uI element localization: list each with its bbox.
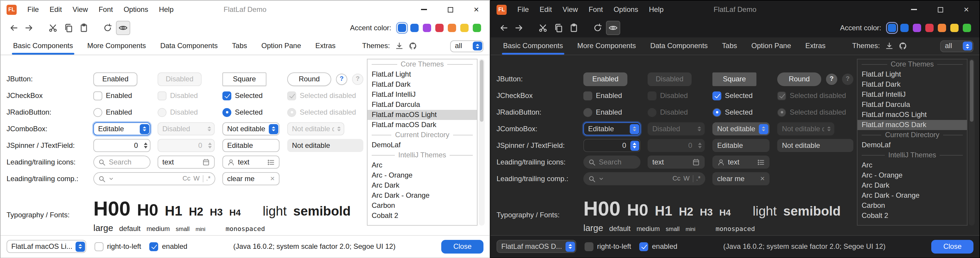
cut-icon[interactable]	[536, 21, 550, 35]
accent-swatch-yellow[interactable]	[950, 24, 959, 32]
menu-help[interactable]: Help	[154, 3, 178, 16]
theme-item-flatlaf-macos-dark[interactable]: FlatLaf macOS Dark	[368, 120, 477, 130]
refresh-icon[interactable]	[590, 21, 605, 35]
regex-toggle[interactable]: .*	[206, 175, 210, 183]
maximize-button[interactable]	[437, 1, 463, 18]
spinner[interactable]	[583, 139, 640, 152]
menu-file[interactable]: File	[22, 3, 44, 16]
search-field[interactable]	[583, 155, 640, 169]
help-button[interactable]: ?	[336, 73, 347, 85]
minimize-button[interactable]	[411, 1, 437, 18]
chevron-updown-icon[interactable]	[140, 124, 149, 134]
chevron-updown-icon[interactable]	[269, 124, 278, 134]
theme-item-arc-dark[interactable]: Arc Dark	[858, 180, 967, 191]
menu-font[interactable]: Font	[94, 3, 118, 16]
menu-font[interactable]: Font	[584, 3, 608, 16]
theme-item-demolaf[interactable]: DemoLaf	[368, 140, 477, 150]
user-textfield-input[interactable]	[238, 158, 264, 166]
radio-enabled[interactable]: Enabled	[583, 108, 622, 117]
editable-combobox[interactable]	[583, 122, 640, 135]
paste-icon[interactable]	[77, 21, 91, 35]
list-icon[interactable]	[267, 158, 275, 166]
calendar-icon[interactable]	[692, 158, 700, 166]
theme-item-flatlaf-macos-dark[interactable]: FlatLaf macOS Dark	[858, 120, 967, 130]
theme-item-arc[interactable]: Arc	[368, 160, 477, 170]
tab-tabs[interactable]: Tabs	[715, 37, 744, 55]
forward-icon[interactable]	[512, 21, 526, 35]
tab-extras[interactable]: Extras	[309, 37, 342, 55]
chevron-updown-icon[interactable]	[630, 124, 639, 134]
theme-item-flatlaf-darcula[interactable]: FlatLaf Darcula	[368, 100, 477, 110]
tab-basic-components[interactable]: Basic Components	[6, 37, 80, 55]
editable-textfield-input[interactable]	[717, 141, 765, 150]
regex-toggle[interactable]: .*	[696, 175, 700, 183]
whole-words-toggle[interactable]: W	[194, 175, 200, 183]
tab-data-components[interactable]: Data Components	[644, 37, 714, 55]
tab-option-pane[interactable]: Option Pane	[745, 37, 797, 55]
scrollbar-thumb[interactable]	[970, 60, 974, 122]
theme-item-cobalt2[interactable]: Cobalt 2	[368, 211, 477, 221]
user-textfield[interactable]	[713, 155, 770, 169]
enabled-checkbox[interactable]: enabled	[150, 242, 187, 251]
cut-icon[interactable]	[46, 21, 60, 35]
accent-swatch-purple[interactable]	[423, 24, 431, 32]
editable-textfield[interactable]	[223, 139, 280, 152]
tab-more-components[interactable]: More Components	[571, 37, 642, 55]
checkbox-enabled[interactable]: Enabled	[93, 91, 132, 100]
clear-icon[interactable]: ×	[270, 174, 275, 183]
back-icon[interactable]	[6, 21, 21, 35]
round-button[interactable]: Round	[287, 72, 331, 86]
accent-swatch-blue[interactable]	[410, 24, 418, 32]
enabled-button[interactable]: Enabled	[93, 72, 137, 86]
theme-item-flatlaf-intellij[interactable]: FlatLaf IntelliJ	[858, 90, 967, 100]
tab-data-components[interactable]: Data Components	[154, 37, 224, 55]
not-editable-combobox[interactable]: Not editable	[223, 122, 280, 135]
clear-icon[interactable]: ×	[760, 174, 765, 183]
tab-more-components[interactable]: More Components	[81, 37, 152, 55]
minimize-button[interactable]	[901, 1, 927, 18]
theme-item-carbon[interactable]: Carbon	[368, 201, 477, 211]
accent-swatch-blue[interactable]	[900, 24, 908, 32]
maximize-button[interactable]	[927, 1, 953, 18]
list-icon[interactable]	[757, 158, 765, 166]
editable-textfield[interactable]	[713, 139, 770, 152]
clearable-textfield-input[interactable]	[717, 174, 757, 183]
theme-item-flatlaf-light[interactable]: FlatLaf Light	[858, 70, 967, 79]
editable-combobox-input[interactable]	[584, 125, 628, 133]
menu-options[interactable]: Options	[609, 3, 643, 16]
eye-toggle-icon[interactable]	[116, 21, 130, 35]
editable-combobox[interactable]	[93, 122, 150, 135]
themes-scrollbar[interactable]	[479, 59, 485, 226]
tab-basic-components[interactable]: Basic Components	[496, 37, 570, 55]
lookandfeel-combobox[interactable]: FlatLaf macOS D...	[496, 240, 576, 253]
match-case-toggle[interactable]: Cc	[183, 175, 191, 183]
calendar-textfield-input[interactable]	[652, 158, 689, 166]
not-editable-combobox[interactable]: Not editable	[713, 122, 770, 135]
checkbox-selected[interactable]: Selected	[223, 91, 262, 100]
themes-list[interactable]: Core Themes FlatLaf Light FlatLaf Dark F…	[367, 59, 477, 226]
theme-item-flatlaf-macos-light[interactable]: FlatLaf macOS Light	[858, 110, 967, 120]
theme-item-arc-dark[interactable]: Arc Dark	[368, 180, 477, 191]
radio-enabled[interactable]: Enabled	[93, 108, 132, 117]
chevron-down-icon[interactable]	[109, 176, 114, 181]
menu-help[interactable]: Help	[644, 3, 668, 16]
square-button[interactable]: Square	[223, 72, 266, 86]
round-button[interactable]: Round	[777, 72, 821, 86]
chevron-down-icon[interactable]	[599, 176, 604, 181]
download-theme-icon[interactable]	[395, 41, 404, 51]
accent-swatch-purple[interactable]	[913, 24, 921, 32]
themes-list[interactable]: Core Themes FlatLaf Light FlatLaf Dark F…	[857, 59, 967, 226]
menu-view[interactable]: View	[558, 3, 583, 16]
github-icon[interactable]	[898, 41, 907, 51]
theme-item-arc-orange[interactable]: Arc - Orange	[858, 170, 967, 180]
accent-swatch-default[interactable]	[888, 24, 896, 32]
search-with-options-input[interactable]	[606, 174, 670, 183]
user-textfield[interactable]	[223, 155, 280, 169]
close-window-button[interactable]: ×	[463, 1, 489, 18]
menu-options[interactable]: Options	[119, 3, 153, 16]
tab-option-pane[interactable]: Option Pane	[255, 37, 307, 55]
spinner-input[interactable]	[94, 139, 141, 151]
themes-scrollbar[interactable]	[969, 59, 975, 226]
close-button[interactable]: Close	[442, 240, 484, 253]
theme-item-demolaf[interactable]: DemoLaf	[858, 140, 967, 150]
